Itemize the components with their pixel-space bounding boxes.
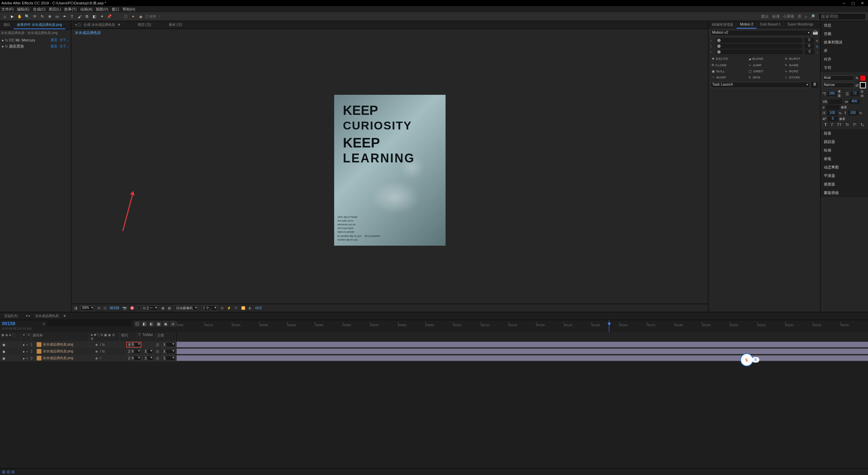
kerning-field[interactable] bbox=[829, 99, 842, 104]
menu-composition[interactable]: 合成(C) bbox=[33, 7, 46, 12]
panel-brushes[interactable]: 画笔 bbox=[820, 155, 868, 163]
stroke-width-field[interactable] bbox=[826, 105, 839, 110]
slider-2[interactable] bbox=[716, 44, 802, 49]
camera-dropdown[interactable]: 活动摄像机 bbox=[174, 305, 198, 311]
graph-editor-icon[interactable]: ⧄ bbox=[170, 321, 176, 327]
tab-composition[interactable]: ▪ ⬚ 合成 冰水成品调色后 ≡ bbox=[73, 21, 122, 29]
workspace-default[interactable]: 默认 bbox=[761, 14, 769, 19]
axis-world-icon[interactable]: ✦ bbox=[130, 14, 136, 19]
tab-render-queue[interactable]: 渲染队列 bbox=[0, 312, 22, 320]
burst-button[interactable]: ✢ BURST bbox=[783, 56, 818, 61]
snapshot-icon[interactable]: 📷 bbox=[123, 306, 127, 310]
tab-duik[interactable]: Duik Bassel.1 bbox=[757, 21, 784, 29]
blend-mode-dropdown[interactable]: 正常 bbox=[127, 356, 141, 361]
all-caps[interactable]: TT bbox=[837, 123, 842, 127]
draft3d-icon[interactable]: ◧ bbox=[141, 321, 147, 327]
task-launch-dropdown[interactable]: Task Launch bbox=[710, 82, 810, 88]
tracking-field[interactable]: 400 bbox=[849, 99, 860, 104]
reset-exposure-icon[interactable]: ◐ bbox=[249, 306, 252, 310]
menu-window[interactable]: 窗口 bbox=[112, 7, 119, 12]
faux-italic[interactable]: T bbox=[831, 123, 833, 127]
ime-floater[interactable]: 🦌 英 bbox=[740, 353, 759, 366]
panel-paragraph[interactable]: 段落 bbox=[820, 129, 868, 138]
current-time-display[interactable]: 00158 bbox=[0, 320, 34, 327]
vscale-field[interactable]: 100 bbox=[827, 111, 837, 116]
subscript[interactable]: T₁ bbox=[860, 123, 864, 127]
blend-mode-dropdown[interactable]: 正常 bbox=[127, 349, 141, 354]
tab-timeline-comp[interactable]: × ▪ 冰水成品调色后 ≡ bbox=[22, 312, 70, 320]
menu-effect[interactable]: 效果(T) bbox=[64, 7, 76, 12]
comp-mini-flowchart-icon[interactable]: ⬡ bbox=[134, 321, 140, 327]
composition-viewer[interactable]: KEEP CURIOSITY KEEP LEARNING other day i… bbox=[71, 37, 708, 304]
orbit-tool-icon[interactable]: ⟳ bbox=[32, 14, 37, 19]
menu-animation[interactable]: 动画(A) bbox=[80, 7, 93, 12]
layer-row[interactable]: ◉ ▸ ▪ 1 冰水成品调色后.png ♣ / fx 变亮 @无 bbox=[0, 341, 868, 348]
menu-view[interactable]: 视图(V) bbox=[96, 7, 108, 12]
fx-row[interactable]: ▸ fx CC Mr. Mercury 重置 关于... bbox=[1, 37, 70, 43]
workspace-lib[interactable]: 库 bbox=[798, 14, 801, 19]
motion-blur-icon[interactable]: ◉ bbox=[163, 321, 169, 327]
exposure-value[interactable]: +0.0 bbox=[255, 306, 262, 310]
axis-local-icon[interactable]: ⬡ bbox=[123, 14, 128, 19]
layer-duration-bar[interactable] bbox=[177, 349, 868, 354]
anchor-tool-icon[interactable]: ⊕ bbox=[47, 14, 52, 19]
visibility-toggle-icon[interactable]: ◉ bbox=[1, 343, 6, 347]
rope-button[interactable]: ∿ ROPE bbox=[783, 69, 818, 74]
excite-button[interactable]: ✚ EXCITE bbox=[710, 56, 745, 61]
pixel-aspect-icon[interactable]: ⊟ bbox=[221, 306, 223, 310]
frame-blend-icon[interactable]: ▦ bbox=[156, 321, 162, 327]
font-style-dropdown[interactable]: Narrow bbox=[822, 83, 854, 88]
roi-icon[interactable]: ▣ bbox=[161, 306, 164, 310]
layer-switches[interactable]: ♣ / fx bbox=[95, 349, 126, 353]
time-ruler[interactable]: 0000000100002000030000400005000060000700… bbox=[177, 320, 868, 332]
chevron-left-icon[interactable]: ‹ bbox=[710, 38, 714, 42]
panel-effects-presets[interactable]: 效果和预设 bbox=[820, 38, 868, 47]
stroke-color-swatch[interactable] bbox=[860, 82, 866, 88]
faux-bold[interactable]: T bbox=[825, 123, 827, 127]
menu-edit[interactable]: 编辑(E) bbox=[17, 7, 30, 12]
panel-mask-interp[interactable]: 蒙版插值 bbox=[820, 189, 868, 197]
slider-3[interactable] bbox=[716, 50, 803, 54]
orbit-button[interactable]: ◯ ORBIT bbox=[747, 69, 782, 74]
delete-icon[interactable]: 🗑 bbox=[811, 82, 818, 88]
view-count-dropdown[interactable]: 1 个... bbox=[201, 305, 217, 311]
font-family-dropdown[interactable]: Arial bbox=[822, 75, 854, 81]
panel-library[interactable]: 库 bbox=[820, 47, 868, 55]
resolution-dropdown[interactable]: 二分之一 bbox=[138, 305, 158, 311]
fx-reset[interactable]: 重置 bbox=[51, 45, 57, 48]
pickwhip-icon[interactable]: @ bbox=[156, 356, 159, 360]
tab-project[interactable]: 项目 bbox=[0, 21, 14, 29]
show-snapshot-icon[interactable]: 🎯 bbox=[130, 306, 134, 310]
fill-color-swatch[interactable] bbox=[860, 75, 866, 81]
parent-dropdown[interactable]: 无 bbox=[162, 356, 175, 361]
slider-value-2[interactable]: 0 bbox=[804, 44, 814, 49]
small-caps[interactable]: Tr bbox=[846, 123, 849, 127]
visibility-toggle-icon[interactable]: ◉ bbox=[1, 350, 6, 353]
baseline-field[interactable]: 0 bbox=[828, 117, 838, 121]
pickwhip-icon[interactable]: @ bbox=[156, 343, 159, 347]
text-tool-icon[interactable]: T bbox=[69, 14, 75, 19]
panel-tracker[interactable]: 跟踪器 bbox=[820, 138, 868, 146]
panel-info[interactable]: 信息 bbox=[820, 21, 868, 30]
slider-value-3[interactable]: 0 bbox=[805, 50, 814, 54]
layer-switches[interactable]: ♣ / fx bbox=[95, 342, 126, 347]
home-icon[interactable]: ⌂ bbox=[2, 14, 7, 19]
eraser-tool-icon[interactable]: ◧ bbox=[92, 14, 97, 19]
toggle-modes-icon[interactable]: ⊟ bbox=[7, 470, 10, 474]
panel-audio[interactable]: 音频 bbox=[820, 30, 868, 38]
toggle-in-out-icon[interactable]: ⧉ bbox=[12, 470, 15, 474]
flowchart-icon[interactable]: 🔀 bbox=[241, 306, 245, 310]
hide-shy-icon[interactable]: ◐ bbox=[148, 321, 155, 327]
layer-search-input[interactable] bbox=[47, 321, 131, 326]
col-trkmat[interactable]: TrkMat bbox=[141, 332, 156, 341]
maximize-button[interactable]: ▢ bbox=[851, 1, 855, 5]
col-parent[interactable]: 父级 bbox=[156, 332, 176, 341]
col-source-name[interactable]: 源名称 bbox=[31, 332, 89, 341]
grid-icon[interactable]: ⊡ bbox=[104, 306, 106, 310]
pickwhip-icon[interactable]: @ bbox=[156, 350, 159, 353]
help-search-input[interactable] bbox=[818, 13, 866, 20]
layer-duration-bar[interactable] bbox=[177, 355, 868, 361]
layer-name[interactable]: 冰水成品调色后.png bbox=[42, 349, 95, 354]
timeline-icon[interactable]: ⏱ bbox=[234, 306, 238, 310]
col-t[interactable]: T bbox=[137, 332, 141, 341]
